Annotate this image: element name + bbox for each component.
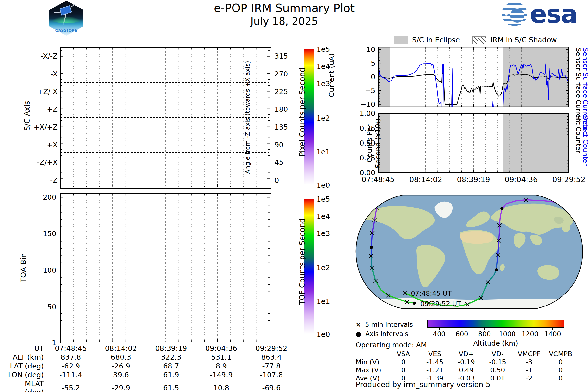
current-ytick-label: −10 bbox=[346, 100, 375, 108]
voltage-cell: -0.15 bbox=[482, 358, 513, 366]
angle-tick-label: 225 bbox=[274, 88, 288, 96]
sc-axis-tick-label: +X bbox=[15, 141, 58, 149]
altitude-tick-mark bbox=[507, 328, 508, 330]
colorbar-tick-label: 1e2 bbox=[316, 114, 330, 122]
ephemeris-cell: 68.7 bbox=[146, 362, 196, 370]
voltage-cell: 0.50 bbox=[482, 366, 513, 374]
ephemeris-cell: 680.3 bbox=[96, 353, 146, 362]
sc-axis-plot bbox=[60, 47, 271, 189]
hit-counter-label: Hit Counter bbox=[575, 115, 582, 153]
sc-axis-tick-label: +Z bbox=[15, 105, 58, 114]
ephemeris-cell: 322.3 bbox=[146, 353, 196, 362]
toa-bin-ylabel: TOA Bin bbox=[19, 248, 28, 288]
voltage-grid: VSAVESVD+VD-VMCPFVCMPBMin (V)0-1.45-0.19… bbox=[356, 350, 576, 382]
ephemeris-cell: -62.9 bbox=[46, 362, 96, 370]
altitude-tick-mark bbox=[462, 328, 462, 330]
track-time-annotation: 09:29:52 UT bbox=[420, 300, 461, 308]
altitude-tick-label: 400 bbox=[427, 330, 452, 338]
angle-tick-label: 135 bbox=[274, 123, 288, 131]
altitude-tick-label: 1200 bbox=[518, 330, 542, 338]
dot-marker-icon: ● bbox=[356, 330, 362, 338]
counts-ytick-label: 0.50 bbox=[346, 139, 375, 147]
voltage-cell: 0 bbox=[545, 374, 576, 382]
ephemeris-cell: -26.9 bbox=[96, 362, 146, 370]
counts-ytick-label: 1.00 bbox=[346, 109, 375, 118]
ephemeris-cell: 39.6 bbox=[96, 370, 146, 379]
cassiope-label: CASSIOPE bbox=[48, 28, 85, 33]
track-time-annotation: 07:48:45 UT bbox=[411, 290, 452, 297]
altitude-tick-mark bbox=[439, 328, 440, 330]
ephemeris-cell: -55.2 bbox=[46, 379, 96, 392]
toa-bin-plot bbox=[60, 193, 271, 343]
time-tick-label: 08:14:02 bbox=[399, 175, 453, 184]
ephemeris-grid: UT07:48:4508:14:0208:39:1909:04:3609:29:… bbox=[7, 344, 296, 392]
pixel-counts-colorbar-label: Pixel Counts per Second bbox=[298, 61, 306, 164]
ephemeris-cell: 07:48:45 bbox=[46, 344, 96, 353]
voltage-row-label: Max (V) bbox=[356, 366, 388, 374]
ephemeris-cell: 61.9 bbox=[146, 370, 196, 379]
angle-tick-label: 270 bbox=[274, 70, 288, 78]
time-tick-label: 08:39:19 bbox=[447, 175, 500, 184]
voltage-cell: 0 bbox=[545, 366, 576, 374]
colorbar-tick-label: 1e1 bbox=[316, 148, 330, 156]
voltage-cell: -1.21 bbox=[419, 366, 450, 374]
current-ytick-label: 5 bbox=[346, 59, 375, 68]
colorbar-tick-label: 1e1 bbox=[316, 297, 330, 306]
altitude-colorbar-label: Altitude (km) bbox=[427, 339, 564, 348]
voltage-row-label: Min (V) bbox=[356, 358, 388, 366]
ephemeris-cell: 08:14:02 bbox=[96, 344, 146, 353]
footer-text: Produced by irm_summary version 5 bbox=[356, 380, 490, 389]
current-plot bbox=[378, 47, 569, 107]
ephemeris-row-label: ALT (km) bbox=[7, 353, 46, 362]
ephemeris-row-label: UT bbox=[7, 344, 46, 353]
angle-tick-label: 90 bbox=[274, 141, 284, 149]
voltage-table: VSAVESVD+VD-VMCPFVCMPBMin (V)0-1.45-0.19… bbox=[356, 350, 576, 382]
ground-track-map: 07:48:45 UT09:29:52 UT bbox=[354, 194, 585, 310]
esa-logo: esa bbox=[530, 0, 577, 29]
ephemeris-cell: 09:04:36 bbox=[196, 344, 246, 353]
angle-tick-label: 180 bbox=[274, 105, 288, 114]
ephemeris-cell: 863.4 bbox=[246, 353, 296, 362]
esa-globe-icon bbox=[502, 2, 527, 26]
page-title: e-POP IRM Summary Plot bbox=[172, 2, 397, 15]
angle-tick-label: 315 bbox=[274, 52, 288, 60]
voltage-cell: 0.49 bbox=[450, 366, 482, 374]
time-tick-label: 07:48:45 bbox=[351, 175, 405, 184]
x-marker-icon: × bbox=[356, 321, 361, 328]
time-tick-label: 09:04:36 bbox=[494, 175, 548, 184]
sc-axis-tick-label: -Z/+X bbox=[15, 158, 58, 166]
voltage-cell: -3 bbox=[513, 358, 545, 366]
altitude-tick-label: 600 bbox=[450, 330, 474, 338]
ephemeris-cell: 8.9 bbox=[196, 362, 246, 370]
ephemeris-cell: 61.5 bbox=[146, 379, 196, 392]
voltage-column-header: VSA bbox=[388, 350, 419, 358]
ephemeris-cell: 531.1 bbox=[196, 353, 246, 362]
altitude-colorbar bbox=[427, 320, 564, 328]
voltage-cell: 0 bbox=[545, 358, 576, 366]
tof-counts-colorbar-label: TOF Counts per Second bbox=[298, 210, 306, 313]
epop-irm-summary-page: CASSIOPE e-POP IRM Summary Plot July 18,… bbox=[0, 0, 588, 392]
voltage-cell: 0 bbox=[388, 366, 419, 374]
ephemeris-cell: 09:29:52 bbox=[246, 344, 296, 353]
eclipse-legend-swatch bbox=[394, 36, 408, 44]
axis-interval-legend: ● Axis intervals bbox=[356, 330, 408, 338]
toa-tick-label: 150 bbox=[32, 230, 56, 238]
voltage-cell: -1 bbox=[513, 366, 545, 374]
current-ylabel: Current (uA) bbox=[327, 41, 336, 110]
shadow-legend-label: IRM in S/C Shadow bbox=[490, 36, 557, 44]
voltage-column-header: VCMPB bbox=[545, 350, 576, 358]
ephemeris-cell: -111.4 bbox=[46, 370, 96, 379]
ephemeris-cell: 10.8 bbox=[196, 379, 246, 392]
ephemeris-table: UT07:48:4508:14:0208:39:1909:04:3609:29:… bbox=[7, 344, 296, 392]
shadow-legend-swatch bbox=[472, 36, 486, 44]
voltage-blank-cell bbox=[356, 350, 388, 358]
detect-counter-label: Detect Counter bbox=[582, 115, 588, 166]
angle-tick-label: 45 bbox=[274, 158, 284, 166]
toa-tick-label: 100 bbox=[32, 266, 56, 274]
counts-plot bbox=[378, 114, 569, 173]
sc-axis-tick-label: -Z bbox=[15, 176, 58, 184]
toa-tick-label: 50 bbox=[32, 303, 56, 311]
ephemeris-cell: -69.6 bbox=[246, 379, 296, 392]
altitude-tick-label: 800 bbox=[472, 330, 497, 338]
aurora-graphic bbox=[52, 17, 81, 23]
